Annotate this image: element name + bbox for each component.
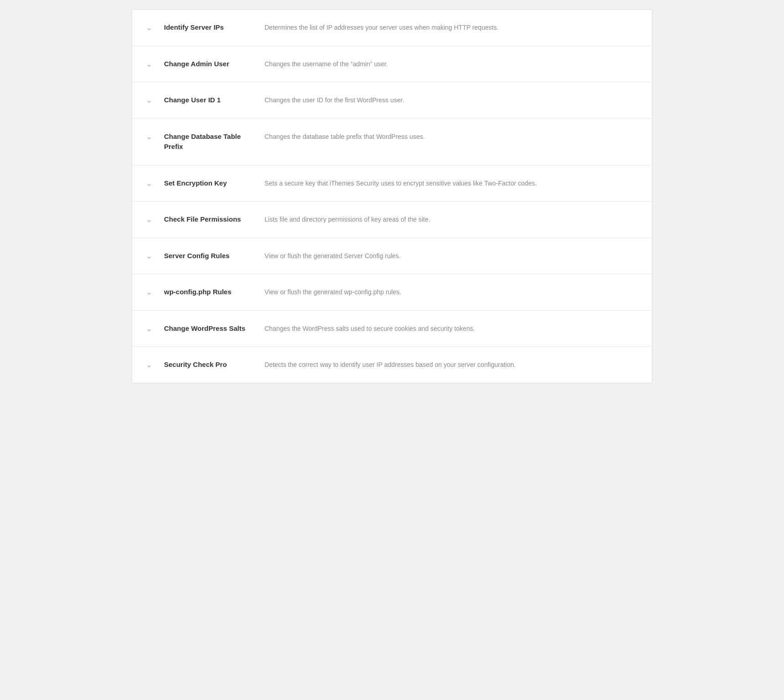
chevron-col: ⌄	[146, 178, 164, 188]
chevron-col: ⌄	[146, 22, 164, 32]
item-title: Server Config Rules	[164, 252, 229, 260]
item-description: Detects the correct way to identify user…	[265, 361, 516, 368]
item-description-col: Changes the database table prefix that W…	[265, 132, 638, 142]
item-description: Lists file and directory permissions of …	[265, 216, 430, 223]
list-item-change-wordpress-salts[interactable]: ⌄ Change WordPress Salts Changes the Wor…	[132, 311, 652, 347]
item-title: Identify Server IPs	[164, 23, 224, 31]
item-title: Check File Permissions	[164, 215, 241, 223]
item-title-col: Change WordPress Salts	[164, 323, 265, 334]
item-description: Determines the list of IP addresses your…	[265, 24, 498, 31]
item-description-col: Changes the WordPress salts used to secu…	[265, 323, 638, 334]
chevron-col: ⌄	[146, 59, 164, 69]
item-description-col: View or flush the generated wp-config.ph…	[265, 287, 638, 297]
item-title: Change WordPress Salts	[164, 324, 245, 332]
list-item-wp-config-rules[interactable]: ⌄ wp-config.php Rules View or flush the …	[132, 274, 652, 311]
item-title: Change Database Table Prefix	[164, 133, 241, 151]
chevron-down-icon: ⌄	[146, 23, 153, 32]
chevron-down-icon: ⌄	[146, 288, 153, 296]
chevron-col: ⌄	[146, 132, 164, 141]
chevron-down-icon: ⌄	[146, 96, 153, 104]
chevron-down-icon: ⌄	[146, 179, 153, 187]
chevron-col: ⌄	[146, 95, 164, 105]
chevron-down-icon: ⌄	[146, 361, 153, 369]
item-description-col: Sets a secure key that iThemes Security …	[265, 178, 638, 188]
item-title-col: Change User ID 1	[164, 95, 265, 106]
item-title-col: Server Config Rules	[164, 251, 265, 261]
item-description: Changes the WordPress salts used to secu…	[265, 325, 475, 332]
item-title: Change User ID 1	[164, 96, 221, 104]
item-description-col: Detects the correct way to identify user…	[265, 360, 638, 370]
item-title-col: Identify Server IPs	[164, 22, 265, 33]
list-item-server-config-rules[interactable]: ⌄ Server Config Rules View or flush the …	[132, 238, 652, 275]
item-description-col: Changes the user ID for the first WordPr…	[265, 95, 638, 105]
item-description: View or flush the generated Server Confi…	[265, 252, 401, 260]
item-title-col: wp-config.php Rules	[164, 287, 265, 297]
item-description: Changes the database table prefix that W…	[265, 133, 425, 140]
chevron-down-icon: ⌄	[146, 60, 153, 68]
item-title: wp-config.php Rules	[164, 288, 232, 296]
chevron-down-icon: ⌄	[146, 324, 153, 333]
list-item-identify-server-ips[interactable]: ⌄ Identify Server IPs Determines the lis…	[132, 10, 652, 46]
item-description: Changes the username of the “admin” user…	[265, 60, 388, 68]
item-description: Sets a secure key that iThemes Security …	[265, 180, 537, 187]
item-title: Change Admin User	[164, 60, 229, 68]
item-title-col: Change Admin User	[164, 59, 265, 69]
chevron-down-icon: ⌄	[146, 133, 153, 141]
chevron-down-icon: ⌄	[146, 252, 153, 260]
item-description-col: Determines the list of IP addresses your…	[265, 22, 638, 32]
list-item-change-admin-user[interactable]: ⌄ Change Admin User Changes the username…	[132, 46, 652, 83]
item-title-col: Change Database Table Prefix	[164, 132, 265, 152]
chevron-col: ⌄	[146, 323, 164, 333]
item-description: Changes the user ID for the first WordPr…	[265, 96, 404, 104]
chevron-col: ⌄	[146, 360, 164, 369]
list-item-change-database-table-prefix[interactable]: ⌄ Change Database Table Prefix Changes t…	[132, 119, 652, 165]
item-description-col: Changes the username of the “admin” user…	[265, 59, 638, 69]
chevron-col: ⌄	[146, 214, 164, 224]
item-title-col: Security Check Pro	[164, 360, 265, 370]
list-item-security-check-pro[interactable]: ⌄ Security Check Pro Detects the correct…	[132, 347, 652, 383]
item-title: Security Check Pro	[164, 361, 227, 368]
item-description-col: View or flush the generated Server Confi…	[265, 251, 638, 261]
list-item-change-user-id[interactable]: ⌄ Change User ID 1 Changes the user ID f…	[132, 82, 652, 119]
item-description-col: Lists file and directory permissions of …	[265, 214, 638, 224]
chevron-down-icon: ⌄	[146, 215, 153, 223]
item-description: View or flush the generated wp-config.ph…	[265, 288, 401, 296]
item-title-col: Set Encryption Key	[164, 178, 265, 189]
chevron-col: ⌄	[146, 287, 164, 297]
list-item-check-file-permissions[interactable]: ⌄ Check File Permissions Lists file and …	[132, 202, 652, 238]
chevron-col: ⌄	[146, 251, 164, 260]
list-item-set-encryption-key[interactable]: ⌄ Set Encryption Key Sets a secure key t…	[132, 165, 652, 202]
item-title-col: Check File Permissions	[164, 214, 265, 225]
item-title: Set Encryption Key	[164, 179, 227, 187]
security-tools-list: ⌄ Identify Server IPs Determines the lis…	[132, 9, 652, 383]
